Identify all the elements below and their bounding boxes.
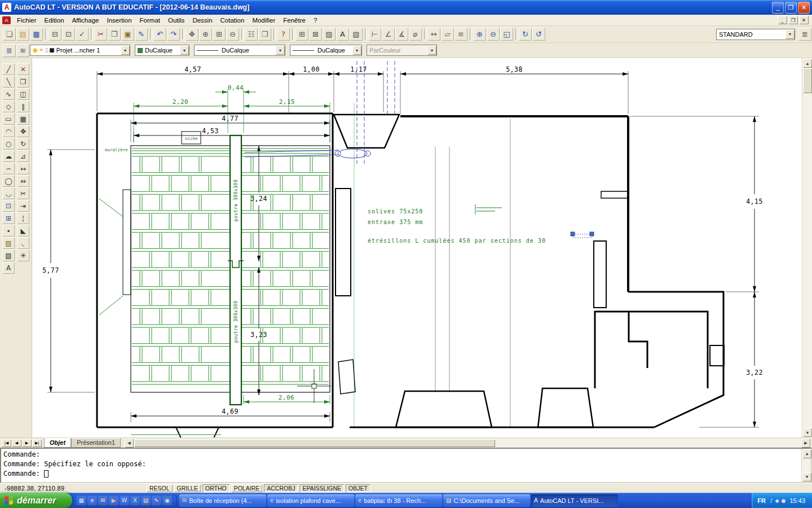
layer-on-icon[interactable]: ●: [33, 47, 38, 53]
layer-properties-button[interactable]: ≣: [3, 44, 16, 57]
mtext-tool[interactable]: A: [2, 262, 15, 274]
combo-arrow-icon[interactable]: ▼: [180, 46, 189, 55]
volume-icon[interactable]: ♪: [770, 498, 773, 503]
layer-color-chip[interactable]: ■: [49, 47, 54, 53]
minimize-button[interactable]: _: [772, 2, 784, 14]
menu-modifier[interactable]: Modifier: [248, 16, 279, 25]
toggle-accrobj[interactable]: ACCROBJ: [264, 484, 298, 492]
scrollbar-track[interactable]: [802, 459, 811, 472]
prev-tab-button[interactable]: ◀: [12, 439, 21, 447]
next-tab-button[interactable]: ▶: [22, 439, 32, 447]
folder-icon[interactable]: ▤: [141, 496, 151, 505]
zoom-previous-button[interactable]: ⊖: [226, 28, 239, 41]
make-block-tool[interactable]: ⊞: [2, 212, 15, 224]
move-tool[interactable]: ✥: [17, 125, 29, 137]
mdi-close-button[interactable]: ✕: [799, 16, 809, 24]
cut-button[interactable]: ✂: [94, 28, 107, 41]
antivirus-icon[interactable]: ●: [782, 498, 786, 503]
media-player-icon[interactable]: ▶: [109, 496, 118, 505]
lineweight-settings-button[interactable]: ≣: [798, 28, 811, 41]
combo-arrow-icon[interactable]: ▼: [121, 46, 130, 55]
rectangle-tool[interactable]: ▭: [2, 113, 15, 125]
ellipse-tool[interactable]: ◯: [2, 175, 15, 187]
menu-aide[interactable]: ?: [310, 16, 321, 25]
explode-tool[interactable]: ✳: [17, 249, 29, 261]
circle-tool[interactable]: ○: [2, 138, 15, 150]
erase-tool[interactable]: ✕: [17, 63, 29, 75]
zoom-in-button[interactable]: ⊕: [473, 28, 486, 41]
menu-fichier[interactable]: Fichier: [13, 16, 41, 25]
copy-button[interactable]: ❐: [108, 28, 121, 41]
command-scrollbar[interactable]: ▲ ▼: [801, 449, 811, 482]
scrollbar-track[interactable]: [802, 93, 812, 427]
polygon-tool[interactable]: ◇: [2, 100, 15, 112]
scrollbar-thumb[interactable]: [134, 439, 495, 447]
toggle-ortho[interactable]: ORTHO: [202, 484, 230, 492]
clock[interactable]: 15:43: [789, 497, 805, 504]
scroll-down-icon[interactable]: ▼: [803, 428, 812, 437]
toggle-polaire[interactable]: POLAIRE: [231, 484, 263, 492]
scroll-up-icon[interactable]: ▲: [802, 449, 811, 458]
combo-arrow-icon[interactable]: ▼: [276, 46, 285, 55]
fillet-tool[interactable]: ◟: [17, 237, 29, 249]
titlebar[interactable]: A AutoCAD LT - VERSION A BUT EDUCATIF - …: [0, 0, 812, 15]
match-properties-button[interactable]: ✎: [135, 28, 148, 41]
scrollbar-track[interactable]: [495, 439, 801, 447]
selection-grips[interactable]: [571, 232, 594, 238]
redo-button[interactable]: ↷: [167, 28, 180, 41]
revcloud-tool[interactable]: ☁: [2, 150, 15, 162]
new-button[interactable]: ❏: [3, 28, 16, 41]
extend-tool[interactable]: ⇥: [17, 200, 29, 212]
toggle-epaissligne[interactable]: EPAISSLIGNE: [299, 484, 344, 492]
zoom-out-button[interactable]: ⊖: [487, 28, 500, 41]
command-window[interactable]: Commande:Commande: Spécifiez le coin opp…: [0, 448, 812, 483]
vertical-scrollbar[interactable]: ▲ ▼: [802, 58, 812, 437]
task-outlook[interactable]: ✉ Boîte de réception (4...: [179, 494, 266, 507]
layer-states-button[interactable]: ≋: [16, 44, 29, 57]
first-tab-button[interactable]: |◀: [2, 439, 11, 447]
toggle-grille[interactable]: GRILLE: [174, 484, 201, 492]
task-explorer[interactable]: ▤ C:\Documents and Se...: [443, 494, 530, 507]
tab-presentation1[interactable]: Présentation1: [71, 438, 121, 448]
scroll-right-icon[interactable]: ▶: [801, 439, 810, 448]
print-preview-button[interactable]: ⊡: [62, 28, 75, 41]
menu-insertion[interactable]: Insertion: [103, 16, 135, 25]
chamfer-tool[interactable]: ◣: [17, 225, 29, 237]
spelling-button[interactable]: ✓: [76, 28, 89, 41]
region-button[interactable]: ▧: [350, 28, 363, 41]
rotate-tool[interactable]: ↻: [17, 138, 29, 150]
zoom-extents-button[interactable]: ◱: [500, 28, 513, 41]
insert-block-button[interactable]: ⊠: [309, 28, 322, 41]
mirror-tool[interactable]: ◫: [17, 88, 29, 100]
dim-linear-button[interactable]: ⊢: [368, 28, 381, 41]
tab-objet[interactable]: Objet: [44, 438, 71, 448]
network-icon[interactable]: ◆: [775, 498, 779, 503]
region-tool[interactable]: ▧: [2, 249, 15, 261]
paint-icon[interactable]: ✎: [152, 496, 161, 505]
list-button[interactable]: ≡: [454, 28, 467, 41]
horizontal-scrollbar[interactable]: ◀ ▶: [124, 439, 811, 448]
mdi-restore-button[interactable]: ❐: [788, 16, 798, 24]
scale-tool[interactable]: ⊿: [17, 150, 29, 162]
trim-tool[interactable]: ✂: [17, 187, 29, 199]
designcenter-button[interactable]: ❒: [258, 28, 271, 41]
scroll-left-icon[interactable]: ◀: [125, 439, 134, 448]
line-tool[interactable]: ╱: [2, 63, 15, 75]
lineweight-combo[interactable]: DuCalque ▼: [290, 45, 362, 56]
close-button[interactable]: ✕: [798, 2, 810, 14]
drawing-canvas[interactable]: 4,57 1,00 1,17 5,38 4,77 4,53 4,69 5,77 …: [32, 58, 802, 437]
scrollbar-thumb[interactable]: [803, 68, 812, 93]
dim-aligned-button[interactable]: ∠: [382, 28, 395, 41]
dim-angular-button[interactable]: ∡: [395, 28, 408, 41]
language-indicator[interactable]: FR: [757, 497, 766, 504]
floorplan-svg[interactable]: 4,57 1,00 1,17 5,38 4,77 4,53 4,69 5,77 …: [32, 58, 802, 437]
hatch-tool[interactable]: ▨: [2, 237, 15, 249]
print-button[interactable]: ⊟: [48, 28, 61, 41]
dimstyle-combo[interactable]: STANDARD ▼: [716, 29, 795, 40]
distance-button[interactable]: ↔: [427, 28, 440, 41]
outlook-icon[interactable]: ✉: [98, 496, 108, 505]
task-ie-isolation[interactable]: e isolation plafond cave...: [267, 494, 354, 507]
layer-freeze-icon[interactable]: ☀: [39, 47, 44, 53]
lengthen-tool[interactable]: ⇔: [17, 175, 29, 187]
polyline-tool[interactable]: ∿: [2, 88, 15, 100]
